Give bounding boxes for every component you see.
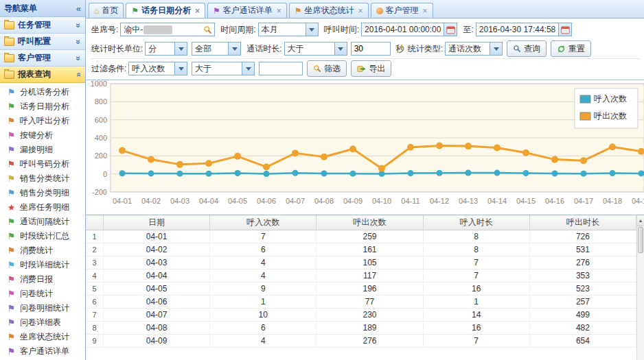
table-row[interactable]: 804-08618916482 [86, 322, 636, 335]
data-point [436, 143, 443, 149]
sidebar-group-2[interactable]: 呼叫配置» [0, 34, 85, 50]
sidebar-item[interactable]: ⚑销售分类统计 [0, 171, 85, 186]
query-button[interactable]: 查询 [507, 40, 547, 57]
column-header[interactable]: 呼出次数 [317, 215, 423, 230]
table-row[interactable]: 204-0261618531 [86, 243, 636, 256]
sidebar-group-4[interactable]: 报表查询» [0, 67, 85, 83]
sidebar-group-1[interactable]: 任务管理» [0, 17, 85, 34]
sidebar-item[interactable]: ⚑漏接明细 [0, 143, 85, 157]
sidebar-group-3[interactable]: 客户管理» [0, 50, 85, 67]
row-number: 5 [86, 283, 104, 295]
x-axis-tick-label: 04-03 [170, 197, 189, 205]
calendar-icon[interactable] [558, 23, 571, 36]
x-axis-tick-label: 04-19 [632, 197, 644, 205]
table-row[interactable]: 504-05919616523 [86, 283, 636, 296]
call-time-from-input[interactable]: 2016-04-01 00:00:00 [361, 23, 457, 36]
stat-type-select[interactable]: 通话次数 [445, 42, 503, 56]
x-axis-tick-label: 04-18 [603, 197, 622, 205]
filter-field-select[interactable]: 呼入次数 [128, 62, 187, 75]
flag-icon: ⚑ [7, 289, 16, 298]
sidebar-item[interactable]: ⚑呼叫号码分析 [0, 157, 85, 171]
close-icon[interactable]: × [358, 6, 363, 16]
filter-op-select[interactable]: 大于 [192, 62, 255, 75]
sidebar-item[interactable]: ⚑分机话务分析 [0, 85, 85, 99]
sidebar-item[interactable]: ⚑问卷统计 [0, 287, 85, 301]
sidebar-item[interactable]: ⚑话务日期分析 [0, 99, 85, 114]
tab-item[interactable]: ⚑坐席状态统计× [289, 3, 369, 18]
table-cell: 531 [530, 243, 636, 256]
period-select[interactable]: 本月 [258, 23, 319, 36]
sidebar-item[interactable]: ⚑通话间隔统计 [0, 215, 85, 229]
search-icon[interactable] [203, 25, 212, 34]
tab-item[interactable]: 客户管理× [371, 3, 433, 18]
filter-value-input[interactable] [259, 62, 303, 75]
sidebar-item[interactable]: ⚑坐席状态统计 [0, 330, 85, 344]
table-cell: 7 [210, 230, 317, 243]
sidebar-item[interactable]: ⚑问卷详细表 [0, 315, 85, 330]
collapse-left-icon[interactable]: « [76, 3, 81, 14]
table-row[interactable]: 304-0341057276 [86, 256, 636, 269]
folder-icon [4, 71, 14, 79]
tab-item[interactable]: ⚑客户通话详单× [207, 3, 287, 18]
x-axis-tick-label: 04-11 [401, 197, 419, 205]
legend-label[interactable]: 呼出次数 [594, 111, 627, 121]
sidebar-group-label: 客户管理 [18, 52, 51, 64]
sidebar-item[interactable]: ★坐席任务明细 [0, 200, 85, 215]
legend-swatch[interactable] [580, 95, 590, 103]
x-axis-tick-label: 04-17 [574, 197, 593, 205]
data-point [437, 170, 443, 176]
reset-button[interactable]: 重置 [551, 40, 591, 57]
agent-input[interactable]: 渝中- [120, 23, 215, 36]
close-icon[interactable]: × [195, 6, 200, 16]
table-row[interactable]: 904-0942767654 [86, 335, 636, 348]
table-cell: 16 [424, 322, 530, 334]
column-header[interactable]: 呼入时长 [424, 215, 530, 230]
column-header[interactable]: 呼出时长 [530, 215, 636, 230]
table-cell: 7 [424, 269, 530, 282]
legend-label[interactable]: 呼入次数 [594, 94, 627, 104]
sidebar-item[interactable]: ⚑客户通话详单 [0, 344, 85, 359]
x-axis-tick-label: 04-10 [372, 197, 391, 205]
column-header[interactable]: 日期 [104, 215, 210, 230]
sidebar-item[interactable]: ⚑按键分析 [0, 128, 85, 143]
scrollbar-thumb[interactable] [638, 227, 643, 253]
calendar-icon[interactable] [444, 23, 457, 36]
table-cell: 04-04 [104, 269, 210, 282]
sidebar-header: 导航菜单 « [0, 0, 85, 17]
table-row[interactable]: 704-071023014499 [86, 309, 636, 322]
sidebar-item[interactable]: ⚑时段详细统计 [0, 258, 85, 272]
table-row[interactable]: 404-0441177353 [86, 269, 636, 283]
sidebar-item[interactable]: ⚑问卷明细统计 [0, 301, 85, 315]
x-axis-tick-label: 04-06 [257, 197, 276, 205]
legend-swatch[interactable] [580, 112, 590, 120]
to-label: 至: [463, 24, 473, 36]
tab-item[interactable]: ⌂首页 [89, 3, 124, 18]
table-row[interactable]: 104-0172598726 [86, 230, 636, 243]
y-axis-tick-label: 1000 [91, 80, 107, 88]
data-point [552, 170, 558, 176]
data-point [206, 171, 212, 177]
scroll-up-icon[interactable]: ▲ [637, 215, 644, 226]
table-cell: 499 [530, 309, 636, 321]
tab-active[interactable]: ⚑话务日期分析× [126, 3, 205, 18]
close-icon[interactable]: × [277, 6, 281, 16]
duration-value-input[interactable] [351, 42, 391, 56]
sidebar-item[interactable]: ⚑时段统计汇总 [0, 229, 85, 243]
unit-select[interactable]: 分 [145, 42, 187, 56]
export-button[interactable]: 导出 [351, 60, 391, 77]
vertical-scrollbar[interactable]: ▲ [636, 215, 644, 360]
scope-select[interactable]: 全部 [192, 42, 241, 56]
sift-button[interactable]: 筛选 [307, 60, 347, 77]
table-row[interactable]: 604-061771257 [86, 296, 636, 309]
sidebar-item[interactable]: ⚑呼入呼出分析 [0, 114, 85, 128]
sidebar-item[interactable]: ⚑消费统计 [0, 243, 85, 258]
close-icon[interactable]: × [423, 6, 428, 16]
sidebar-item-label: 消费日报 [20, 274, 53, 285]
sidebar-item[interactable]: ⚑销售分类明细 [0, 186, 85, 200]
main-area: ⌂首页⚑话务日期分析×⚑客户通话详单×⚑坐席状态统计×客户管理× 坐席号: 渝中… [86, 0, 644, 360]
call-time-to-input[interactable]: 2016-04-30 17:44:58 [476, 23, 572, 36]
sidebar-item[interactable]: ⚑消费日报 [0, 272, 85, 287]
data-point [350, 171, 356, 177]
column-header[interactable]: 呼入次数 [210, 215, 317, 230]
duration-op-select[interactable]: 大于 [284, 42, 347, 56]
